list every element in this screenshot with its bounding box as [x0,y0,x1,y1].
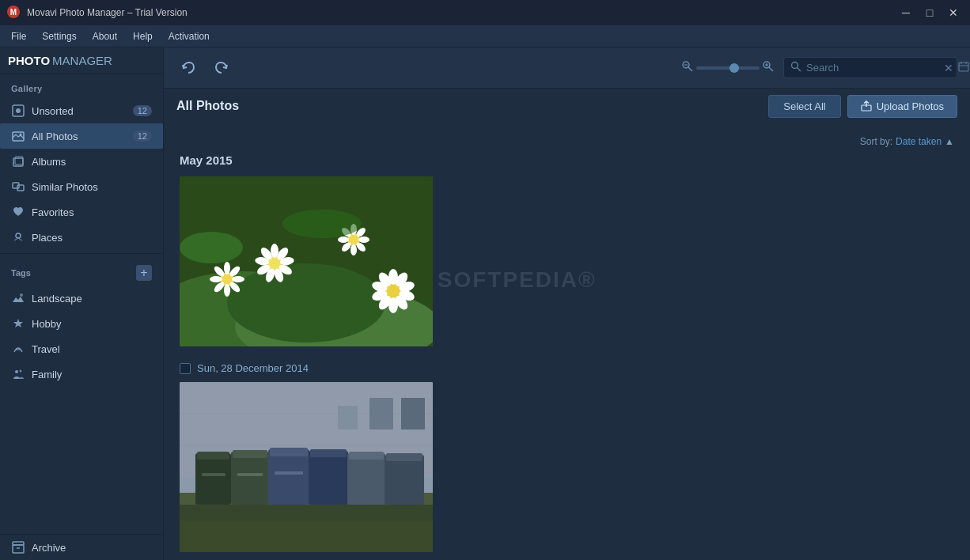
menu-activation[interactable]: Activation [161,28,218,45]
places-label: Places [32,232,152,244]
search-calendar-button[interactable] [958,61,969,74]
menu-file[interactable]: File [3,28,34,45]
sidebar-item-similar[interactable]: Similar Photos [0,174,163,199]
window-controls: ─ □ ✕ [896,5,964,21]
toolbar: ✕ [164,47,970,89]
sidebar-item-albums[interactable]: Albums [0,149,163,174]
menu-bar: File Settings About Help Activation [0,25,970,47]
dec-photos-grid [180,382,954,552]
all-photos-count: 12 [133,131,152,142]
sort-bar: Sort by: Date taken ▲ [180,136,954,147]
upload-photos-button[interactable]: Upload Photos [847,95,957,118]
search-icon [790,61,801,74]
zoom-out-icon [682,61,693,74]
photo-trash-bins[interactable] [180,382,433,552]
search-input[interactable] [806,62,939,74]
svg-line-25 [798,68,801,72]
select-all-button[interactable]: Select All [768,95,840,118]
sidebar-toolbar: PHOTO MANAGER [0,47,163,74]
add-tag-button[interactable]: + [136,265,152,281]
archive-label: Archive [32,542,152,554]
sidebar-item-places[interactable]: Places [0,225,163,250]
menu-settings[interactable]: Settings [34,28,84,45]
archive-icon [11,540,25,554]
svg-point-24 [792,62,798,69]
menu-about[interactable]: About [85,28,125,45]
dec-date-checkbox[interactable] [180,363,191,374]
svg-rect-15 [13,545,24,553]
dec-2014-section: Sun, 28 December 2014 [180,362,954,552]
logo-manager: MANAGER [52,54,112,67]
zoom-slider[interactable] [696,66,760,70]
svg-line-21 [768,66,773,71]
sidebar-item-travel[interactable]: Travel [0,336,163,361]
svg-rect-26 [959,62,968,71]
similar-label: Similar Photos [32,181,152,193]
minimize-button[interactable]: ─ [896,5,916,21]
svg-point-11 [20,293,23,297]
unsorted-icon [11,104,25,118]
svg-point-12 [15,370,18,373]
search-clear-button[interactable]: ✕ [944,62,953,74]
travel-label: Travel [32,343,152,355]
page-title: All Photos [176,99,762,113]
similar-icon [11,180,25,194]
sidebar-item-all-photos[interactable]: All Photos 12 [0,123,163,149]
hobby-label: Hobby [32,318,152,330]
upload-label: Upload Photos [877,100,944,112]
places-icon [11,230,25,244]
sidebar-divider-1 [0,253,163,254]
undo-button[interactable] [176,58,200,78]
albums-label: Albums [32,156,152,168]
family-tag-icon [11,367,25,381]
sort-by-label: Sort by: [860,136,892,147]
all-photos-label: All Photos [32,131,127,142]
may-photos-grid [180,176,954,346]
sort-value[interactable]: Date taken [896,136,942,147]
landscape-tag-icon [11,291,25,305]
close-button[interactable]: ✕ [943,5,964,21]
favorites-icon [11,205,25,219]
family-label: Family [32,369,152,380]
redo-button[interactable] [210,58,233,78]
all-photos-icon [11,129,25,143]
svg-point-13 [20,370,22,373]
main-content: ✕ All Photos Select All Upload Photos So… [164,47,970,560]
sort-arrow-icon: ▲ [945,136,954,147]
sidebar-item-family[interactable]: Family [0,361,163,387]
content-topbar: All Photos Select All Upload Photos [164,89,970,123]
sidebar-item-unsorted[interactable]: Unsorted 12 [0,98,163,123]
landscape-label: Landscape [32,293,152,305]
may-2015-section: May 2015 [180,153,954,346]
svg-point-5 [20,134,22,136]
sidebar-item-hobby[interactable]: Hobby [0,311,163,336]
svg-point-10 [16,233,21,238]
sidebar-item-archive[interactable]: Archive [0,535,163,560]
sidebar-bottom: Archive [0,534,163,560]
zoom-in-icon [763,61,774,74]
hobby-tag-icon [11,316,25,331]
photos-area: Sort by: Date taken ▲ May 2015 [164,123,970,560]
sidebar-item-landscape[interactable]: Landscape [0,286,163,311]
sidebar: PHOTO MANAGER Gallery Unsorted 12 All Ph… [0,47,164,560]
app-body: PHOTO MANAGER Gallery Unsorted 12 All Ph… [0,47,970,560]
tags-label: Tags [11,268,136,278]
maximize-button[interactable]: □ [919,5,940,21]
dec-date-label: Sun, 28 December 2014 [197,362,309,374]
svg-point-3 [16,108,21,113]
albums-icon [11,154,25,168]
menu-help[interactable]: Help [125,28,161,45]
travel-tag-icon [11,342,25,356]
svg-text:M: M [10,8,17,17]
svg-line-18 [688,66,692,71]
photo-daisies[interactable] [180,176,433,346]
sidebar-item-favorites[interactable]: Favorites [0,199,163,225]
logo: PHOTO MANAGER [8,54,112,67]
favorites-label: Favorites [32,206,152,218]
zoom-control [682,61,774,74]
app-icon: M [6,5,22,21]
unsorted-label: Unsorted [32,105,127,117]
tags-header: Tags + [0,257,163,286]
logo-photo: PHOTO [8,54,50,67]
title-bar: M Movavi Photo Manager – Trial Version ─… [0,0,970,25]
